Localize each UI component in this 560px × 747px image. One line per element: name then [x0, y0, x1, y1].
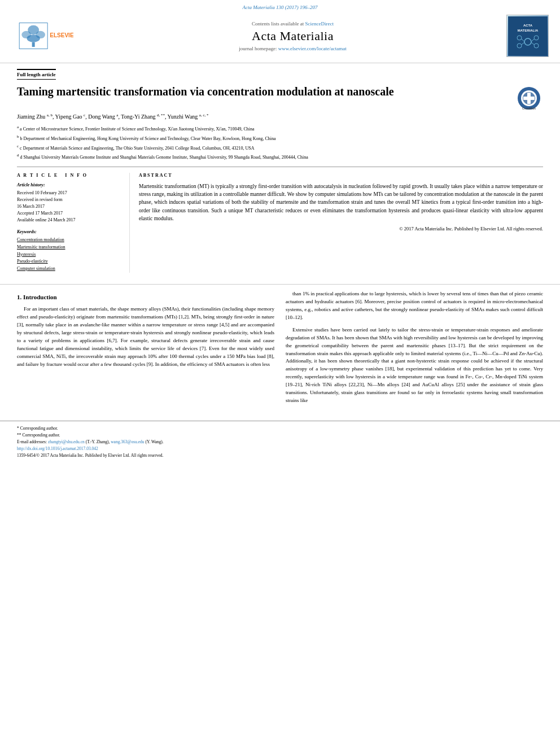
accepted-date: Accepted 17 March 2017: [17, 210, 123, 217]
abstract-text: Martensitic transformation (MT) is typic…: [139, 182, 543, 222]
received-date: Received 10 February 2017: [17, 190, 123, 196]
journal-center: Contents lists available at ScienceDirec…: [79, 21, 506, 51]
abstract-heading: ABSTRACT: [139, 173, 543, 178]
email-link-wang[interactable]: wang.363@osu.edu: [111, 439, 144, 444]
article-info-col: A R T I C L E I N F O Article history: R…: [17, 173, 130, 273]
affiliation-d: d d Shanghai University Materials Genome…: [17, 152, 543, 161]
intro-paragraph-3: Extensive studies have been carried out …: [286, 326, 543, 405]
main-right-col: than 1% in practical applications due to…: [286, 290, 543, 409]
svg-text:CrossMark: CrossMark: [522, 107, 536, 110]
affiliations-block: a a Center of Microstructure Science, Fr…: [17, 124, 543, 167]
svg-rect-7: [508, 16, 548, 56]
history-title: Article history:: [17, 182, 123, 187]
journal-mini-logo: ACTA MATERIALIA: [506, 15, 549, 57]
footer-doi-line: http://dx.doi.org/10.1016/j.actamat.2017…: [17, 446, 543, 451]
available-date: Available online 24 March 2017: [17, 217, 123, 224]
footnote-star: * Corresponding author.: [17, 426, 543, 431]
main-left-col: 1. Introduction For an important class o…: [17, 290, 274, 409]
title-crossmark-row: Taming martensitic transformation via co…: [17, 84, 543, 112]
footer-email-line: E-mail addresses: zhangtyi@shu.edu.cn (T…: [17, 439, 543, 444]
svg-rect-5: [32, 42, 35, 47]
affiliation-a: a a Center of Microstructure Science, Fr…: [17, 124, 543, 133]
footer-area: * Corresponding author. ** Corresponding…: [0, 421, 560, 464]
page: Acta Materialia 130 (2017) 196–207 ELSEV…: [0, 0, 560, 747]
keywords-block: Keywords: Concentration modulation Marte…: [17, 229, 123, 273]
journal-title: Acta Materialia: [79, 29, 506, 43]
doi-link[interactable]: http://dx.doi.org/10.1016/j.actamat.2017…: [17, 446, 98, 451]
sciencedirect-link[interactable]: ScienceDirect: [305, 21, 334, 27]
elsevier-logo-svg: ELSEVIER: [17, 20, 73, 51]
keyword-1: Concentration modulation: [17, 237, 123, 244]
keyword-3: Hysteresis: [17, 251, 123, 259]
abstract-col: ABSTRACT Martensitic transformation (MT)…: [139, 173, 543, 273]
intro-paragraph-1: For an important class of smart material…: [17, 305, 274, 369]
sciencedirect-line: Contents lists available at ScienceDirec…: [79, 21, 506, 27]
svg-text:MATERIALIA: MATERIALIA: [517, 29, 538, 32]
volume-info: Acta Materialia 130 (2017) 196–207: [11, 5, 549, 10]
crossmark-area: CrossMark: [515, 84, 543, 112]
affiliation-b: b b Department of Mechanical Engineering…: [17, 134, 543, 142]
authors-line: Jiaming Zhu a, b, Yipeng Gao c, Dong Wan…: [17, 112, 543, 121]
affiliation-c: c c Department of Materials Science and …: [17, 143, 543, 152]
elsevier-logo-area: ELSEVIER: [11, 20, 79, 51]
article-header-area: Full length article Taming martensitic t…: [0, 63, 560, 284]
article-info-abstract-cols: A R T I C L E I N F O Article history: R…: [17, 173, 543, 273]
keyword-2: Martensitic transformation: [17, 244, 123, 251]
main-two-col: 1. Introduction For an important class o…: [17, 290, 543, 409]
email-link-zhang[interactable]: zhangtyi@shu.edu.cn: [48, 439, 85, 444]
intro-paragraph-2: than 1% in practical applications due to…: [286, 290, 543, 322]
svg-text:ELSEVIER: ELSEVIER: [50, 32, 73, 38]
homepage-link[interactable]: www.elsevier.com/locate/actamat: [278, 46, 347, 51]
main-content-area: 1. Introduction For an important class o…: [0, 284, 560, 421]
svg-rect-23: [523, 97, 535, 100]
article-info-heading: A R T I C L E I N F O: [17, 173, 123, 178]
svg-text:ACTA: ACTA: [523, 24, 532, 27]
article-type: Full length article: [17, 69, 56, 80]
article-history-block: Article history: Received 10 February 20…: [17, 182, 123, 224]
keywords-title: Keywords:: [17, 229, 123, 234]
article-title: Taming martensitic transformation via co…: [17, 84, 448, 99]
introduction-title: 1. Introduction: [17, 292, 274, 302]
journal-header: Acta Materialia 130 (2017) 196–207 ELSEV…: [0, 0, 560, 63]
received-revised-date: 16 March 2017: [17, 203, 123, 210]
keyword-4: Pseudo-elasticity: [17, 258, 123, 265]
abstract-copyright: © 2017 Acta Materialia Inc. Published by…: [139, 226, 543, 231]
footer-issn-line: 1359-6454/© 2017 Acta Materialia Inc. Pu…: [17, 453, 543, 458]
homepage-line: journal homepage: www.elsevier.com/locat…: [79, 46, 506, 51]
crossmark-icon: CrossMark: [517, 86, 542, 111]
keyword-5: Computer simulation: [17, 265, 123, 273]
journal-banner: ELSEVIER Contents lists available at Sci…: [11, 12, 549, 59]
svg-point-4: [27, 34, 40, 42]
received-revised-label: Received in revised form: [17, 196, 123, 203]
footnote-double-star: ** Corresponding author.: [17, 433, 543, 438]
mini-logo-svg: ACTA MATERIALIA: [508, 16, 548, 56]
